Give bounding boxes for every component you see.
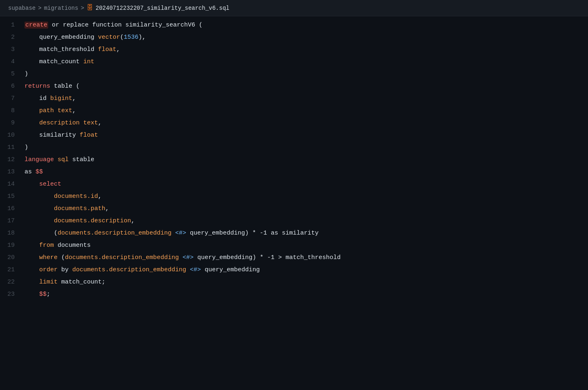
code-line: 10 similarity float <box>0 130 588 142</box>
line-content: ) <box>24 69 28 79</box>
line-content: returns table ( <box>24 82 80 91</box>
token-plain: match_count; <box>58 279 105 286</box>
code-editor: 1create or replace function similarity_s… <box>0 16 588 304</box>
line-number: 5 <box>0 71 24 78</box>
line-number: 18 <box>0 230 24 237</box>
token-doc-field: path <box>24 107 54 114</box>
code-line: 19 from documents <box>0 240 588 252</box>
token-plain: match_threshold <box>24 46 98 53</box>
line-content: query_embedding vector(1536), <box>24 33 146 42</box>
code-line: 2 query_embedding vector(1536), <box>0 32 588 44</box>
token-plain: , <box>72 107 76 114</box>
token-type-name: int <box>83 58 94 65</box>
token-special-op: <#> <box>183 254 194 261</box>
line-number: 15 <box>0 193 24 200</box>
token-type-name: text <box>83 120 98 126</box>
line-number: 7 <box>0 95 24 102</box>
token-plain <box>24 279 39 286</box>
code-line: 14 select <box>0 179 588 191</box>
line-number: 9 <box>0 120 24 126</box>
token-plain: or replace function similarity_searchV6 … <box>48 22 203 29</box>
token-type-name: float <box>98 46 116 53</box>
token-plain <box>54 156 58 163</box>
line-content: language sql stable <box>24 155 94 165</box>
line-content: select <box>24 179 61 189</box>
token-plain <box>24 205 54 212</box>
token-plain: query_embedding <box>24 34 98 41</box>
line-number: 16 <box>0 205 24 212</box>
line-number: 10 <box>0 132 24 139</box>
code-line: 20 where (documents.description_embeddin… <box>0 252 588 264</box>
code-line: 23 $$; <box>0 289 588 301</box>
code-line: 9 description text, <box>0 117 588 130</box>
code-line: 15 documents.id, <box>0 191 588 203</box>
token-plain: query_embedding) * -1 as similarity <box>186 230 318 237</box>
line-number: 23 <box>0 291 24 298</box>
breadcrumb-filename: 20240712232207_similarity_search_v6.sql <box>96 5 229 11</box>
token-doc-field: documents.description_embedding <box>72 266 186 273</box>
token-kw-limit: limit <box>39 279 58 286</box>
token-type-name: vector <box>98 34 120 41</box>
code-line: 6returns table ( <box>0 81 588 93</box>
token-plain: , <box>98 120 102 126</box>
line-content: create or replace function similarity_se… <box>24 20 203 30</box>
token-plain: , <box>105 205 109 212</box>
line-number: 11 <box>0 144 24 151</box>
token-plain <box>24 266 39 273</box>
token-plain: similarity <box>24 132 80 139</box>
token-plain: , <box>72 95 76 102</box>
code-line: 22 limit match_count; <box>0 277 588 289</box>
line-number: 3 <box>0 46 24 53</box>
code-line: 1create or replace function similarity_s… <box>0 20 588 32</box>
token-plain <box>24 217 54 224</box>
token-plain <box>24 193 54 200</box>
line-number: 22 <box>0 279 24 286</box>
token-plain: table ( <box>50 83 80 90</box>
token-kw-order: order <box>39 266 58 273</box>
line-content: similarity float <box>24 131 98 140</box>
line-content: documents.path, <box>24 204 109 214</box>
breadcrumb-sep1: > <box>38 5 41 11</box>
database-icon: 🗄 <box>87 4 93 12</box>
token-plain: ( <box>24 230 58 237</box>
code-line: 17 documents.description, <box>0 215 588 228</box>
token-doc-field: documents.description_embedding <box>58 230 172 237</box>
token-doc-field: description <box>24 120 80 126</box>
token-plain: ( <box>120 34 124 41</box>
token-plain <box>54 107 58 114</box>
code-line: 8 path text, <box>0 105 588 117</box>
token-plain <box>186 266 190 273</box>
token-doc-field: documents.description <box>54 217 131 224</box>
line-content: as $$ <box>24 167 43 177</box>
line-number: 20 <box>0 254 24 261</box>
token-plain: , <box>116 46 120 53</box>
token-plain: id <box>24 95 50 102</box>
line-number: 6 <box>0 83 24 90</box>
token-plain: query_embedding) * -1 > match_threshold <box>194 254 341 261</box>
token-kw-language: language <box>24 156 54 163</box>
code-line: 7 id bigint, <box>0 93 588 105</box>
token-kw-sql: sql <box>58 156 69 163</box>
token-plain <box>172 230 175 237</box>
code-line: 13as $$ <box>0 166 588 179</box>
line-number: 13 <box>0 168 24 175</box>
line-number: 8 <box>0 107 24 114</box>
token-plain <box>24 242 39 249</box>
token-plain: match_count <box>24 58 83 65</box>
token-doc-field: documents.path <box>54 205 105 212</box>
token-plain <box>179 254 183 261</box>
line-content: documents.description, <box>24 216 135 226</box>
token-type-name: text <box>58 107 72 114</box>
token-plain: , <box>98 193 102 200</box>
code-line: 4 match_count int <box>0 56 588 69</box>
line-content: (documents.description_embedding <#> que… <box>24 228 318 238</box>
code-line: 18 (documents.description_embedding <#> … <box>0 228 588 240</box>
code-line: 12language sql stable <box>0 154 588 166</box>
token-plain <box>32 168 36 175</box>
token-kw-create: create <box>24 22 48 29</box>
token-plain: query_embedding <box>201 266 260 273</box>
line-content: where (documents.description_embedding <… <box>24 253 341 263</box>
token-type-name: float <box>80 132 98 139</box>
token-plain: ) <box>24 144 28 151</box>
line-number: 17 <box>0 217 24 224</box>
